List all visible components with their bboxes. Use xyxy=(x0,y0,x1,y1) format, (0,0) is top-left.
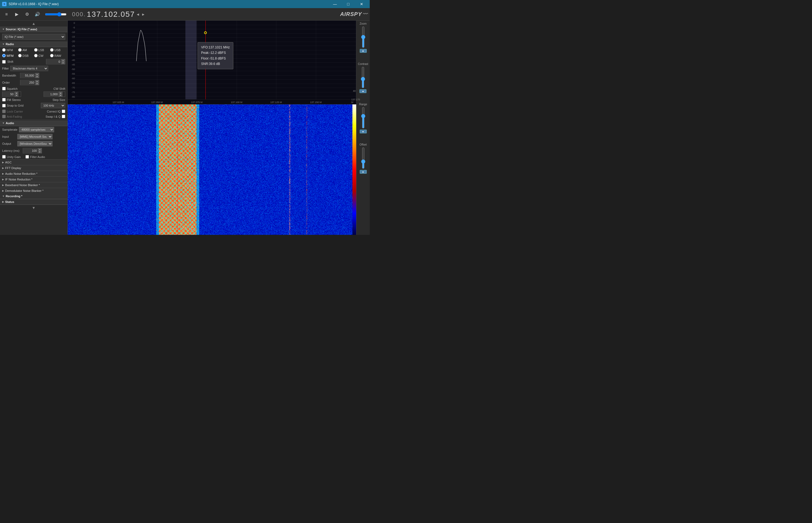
spectrum-display[interactable]: 0 -5 -10 -15 -20 -25 -30 -35 -40 -45 -50… xyxy=(68,21,356,105)
squelch-checkbox[interactable] xyxy=(2,87,6,90)
offset-slider[interactable] xyxy=(360,147,366,169)
range-btn[interactable]: ■ xyxy=(360,130,367,133)
fm-stereo-label[interactable]: FM Stereo xyxy=(2,98,21,102)
bandwidth-input[interactable] xyxy=(20,73,35,78)
db-tick-25: -25 xyxy=(68,44,76,47)
swap-iq-checkbox[interactable] xyxy=(62,115,65,118)
play-button[interactable]: ▶ xyxy=(13,10,21,19)
latency-input[interactable] xyxy=(23,148,38,153)
titlebar: S SDR# v1.0.0.1668 - IQ File (*.wav) — □… xyxy=(0,0,370,8)
filter-select[interactable]: Blackman-Harris 4 Rectangular Hamming Ha… xyxy=(10,66,48,71)
waterfall-display[interactable] xyxy=(68,105,356,235)
mode-dsb-input[interactable] xyxy=(18,54,22,57)
mode-nfm-input[interactable] xyxy=(2,48,6,52)
fft-display-header[interactable]: ▶ FFT Display xyxy=(0,165,67,171)
squelch-input[interactable] xyxy=(2,92,15,96)
unity-gain-label[interactable]: Unity Gain xyxy=(2,155,21,159)
mode-usb[interactable]: USB xyxy=(50,48,65,52)
offset-btn[interactable]: ■ xyxy=(360,170,367,174)
agc-arrow-icon: ▶ xyxy=(2,161,4,164)
volume-slider[interactable] xyxy=(45,12,67,17)
output-select[interactable]: [Windows DirectSoun xyxy=(17,141,53,146)
maximize-button[interactable]: □ xyxy=(342,0,354,8)
mode-wfm-input[interactable] xyxy=(2,54,6,57)
sidebar-scroll-down[interactable]: ▼ xyxy=(0,205,67,211)
squelch-up-btn[interactable]: ▲ xyxy=(15,92,18,94)
range-slider[interactable] xyxy=(360,107,366,128)
shift-up-btn[interactable]: ▲ xyxy=(61,59,65,62)
latency-up-btn[interactable]: ▲ xyxy=(38,148,42,151)
mode-cw-input[interactable] xyxy=(34,54,38,57)
samplerate-select[interactable]: 48000 sample/sec 96000 sample/sec xyxy=(19,127,54,132)
snap-to-grid-label[interactable]: Snap to Grid xyxy=(2,104,23,107)
order-down-btn[interactable]: ▼ xyxy=(35,83,39,85)
squelch-down-btn[interactable]: ▼ xyxy=(15,94,18,96)
unity-gain-text: Unity Gain xyxy=(7,155,21,159)
shift-input[interactable] xyxy=(46,59,61,64)
filter-audio-checkbox[interactable] xyxy=(25,155,29,159)
step-size-select[interactable]: 100 kHz 50 kHz 25 kHz 12.5 kHz xyxy=(41,103,65,108)
order-input[interactable] xyxy=(20,80,35,85)
anti-fading-label[interactable]: Anti-Fading xyxy=(2,115,22,118)
input-select[interactable]: [MME] Microsoft Soun xyxy=(17,134,53,139)
source-section-header[interactable]: ▼ Source: IQ File (*.wav) xyxy=(0,26,67,32)
fm-stereo-checkbox[interactable] xyxy=(2,98,6,102)
bw-order-row: Bandwidth ▲ ▼ xyxy=(0,72,67,79)
mode-wfm[interactable]: WFM xyxy=(2,54,17,57)
cw-shift-input[interactable] xyxy=(44,92,59,96)
shift-checkbox[interactable] xyxy=(2,60,6,64)
status-header[interactable]: ▶ Status xyxy=(0,199,67,205)
settings-button[interactable]: ⚙ xyxy=(23,10,31,19)
agc-header[interactable]: ▶ AGC xyxy=(0,159,67,165)
freq-up-arrow[interactable]: ► xyxy=(141,12,146,17)
if-noise-reduction-header[interactable]: ▶ IF Noise Reduction * xyxy=(0,176,67,182)
filter-audio-label[interactable]: Filter Audio xyxy=(25,155,45,159)
zoom-slider[interactable] xyxy=(360,26,366,48)
menu-button[interactable]: ≡ xyxy=(2,10,11,19)
mode-am-input[interactable] xyxy=(18,48,22,52)
correct-iq-checkbox[interactable] xyxy=(62,110,65,113)
mode-lsb-input[interactable] xyxy=(34,48,38,52)
mode-usb-input[interactable] xyxy=(50,48,54,52)
contrast-slider[interactable] xyxy=(360,67,366,88)
mode-am[interactable]: AM xyxy=(18,48,33,52)
minimize-button[interactable]: — xyxy=(329,0,341,8)
correct-iq-label[interactable]: Correct IQ xyxy=(47,110,65,113)
latency-down-btn[interactable]: ▼ xyxy=(38,151,42,153)
shift-down-btn[interactable]: ▼ xyxy=(61,62,65,64)
mode-raw[interactable]: RAW xyxy=(50,54,65,57)
db-tick-60: -60 xyxy=(68,77,76,80)
mode-cw[interactable]: CW xyxy=(34,54,49,57)
freq-down-arrow[interactable]: ◄ xyxy=(136,12,140,17)
cw-shift-up-btn[interactable]: ▲ xyxy=(59,92,63,94)
close-button[interactable]: ✕ xyxy=(355,0,368,8)
frequency-prefix: 000. xyxy=(72,11,86,18)
bandwidth-up-btn[interactable]: ▲ xyxy=(35,73,39,75)
lock-carrier-checkbox[interactable] xyxy=(2,110,6,113)
baseband-noise-blanker-header[interactable]: ▶ Baseband Noise Blanker * xyxy=(0,182,67,188)
demodulator-noise-blanker-header[interactable]: ▶ Demodulator Noise Blanker * xyxy=(0,188,67,194)
sidebar-scroll-up[interactable]: ▲ xyxy=(0,21,67,26)
audio-noise-reduction-header[interactable]: ▶ Audio Noise Reduction * xyxy=(0,171,67,176)
source-select[interactable]: IQ File (*.wav) RTL-SDR Airspy xyxy=(2,34,65,40)
anti-fading-checkbox[interactable] xyxy=(2,115,6,118)
mode-raw-input[interactable] xyxy=(50,54,54,57)
lock-carrier-label[interactable]: Lock Carrier xyxy=(2,110,23,113)
content-area: 0 -5 -10 -15 -20 -25 -30 -35 -40 -45 -50… xyxy=(68,21,356,235)
mode-lsb[interactable]: LSB xyxy=(34,48,49,52)
audio-button[interactable]: 🔊 xyxy=(33,10,42,19)
snap-to-grid-checkbox[interactable] xyxy=(2,104,6,107)
contrast-btn[interactable]: ■ xyxy=(359,89,367,93)
zoom-btn[interactable]: ■ xyxy=(360,49,367,53)
cw-shift-down-btn[interactable]: ▼ xyxy=(59,94,63,96)
unity-gain-checkbox[interactable] xyxy=(2,155,6,159)
mode-dsb[interactable]: DSB xyxy=(18,54,33,57)
fft-display-label: FFT Display xyxy=(5,166,21,170)
swap-iq-label[interactable]: Swap I & Q xyxy=(46,115,65,118)
mode-nfm[interactable]: NFM xyxy=(2,48,17,52)
recording-header[interactable]: ▼ Recording * xyxy=(0,194,67,199)
audio-section-header[interactable]: ▼ Audio xyxy=(0,121,67,126)
bandwidth-down-btn[interactable]: ▼ xyxy=(35,75,39,78)
order-up-btn[interactable]: ▲ xyxy=(35,80,39,83)
radio-section-header[interactable]: ▼ Radio xyxy=(0,41,67,47)
